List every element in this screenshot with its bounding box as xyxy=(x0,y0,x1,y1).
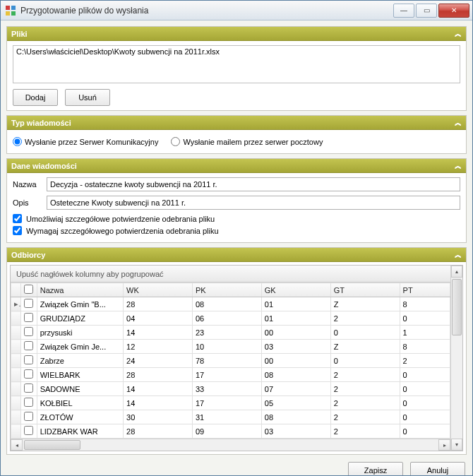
row-indicator xyxy=(11,311,21,326)
radio-server-label[interactable]: Wysłanie przez Serwer Komunikacyjny xyxy=(13,137,158,146)
row-checkbox[interactable] xyxy=(24,299,33,308)
name-input[interactable] xyxy=(47,177,460,191)
grid-header-pk[interactable]: PK xyxy=(192,283,261,297)
vscroll-track[interactable] xyxy=(451,278,462,439)
row-checkbox-cell[interactable] xyxy=(21,424,37,439)
row-checkbox-cell[interactable] xyxy=(21,368,37,382)
panel-odbiorcy-title: Odbiorcy xyxy=(11,251,45,259)
cell-name: Zabrze xyxy=(37,354,123,368)
panel-typ-header[interactable]: Typ wiadomości ︽ xyxy=(7,116,466,130)
grid-header-checkbox[interactable] xyxy=(21,283,37,297)
panel-pliki-header[interactable]: Pliki ︽ xyxy=(7,27,466,41)
radio-mail[interactable] xyxy=(171,137,180,146)
grid-header-nazwa[interactable]: Nazwa xyxy=(37,283,123,297)
desc-input[interactable] xyxy=(47,196,460,210)
grid-header-wk[interactable]: WK xyxy=(124,283,193,297)
radio-mail-text: Wysłanie mailem przez serwer pocztowy xyxy=(183,138,323,146)
scroll-right-arrow[interactable]: ▸ xyxy=(438,439,450,451)
row-checkbox[interactable] xyxy=(24,327,33,336)
chk-umozliwiaj[interactable] xyxy=(13,214,22,223)
row-checkbox-cell[interactable] xyxy=(21,311,37,326)
panel-dane: Dane wiadomości ︽ Nazwa Opis Umożliwiaj … xyxy=(6,158,467,243)
row-checkbox[interactable] xyxy=(24,426,33,435)
table-row[interactable]: przysuski14230001 xyxy=(11,326,450,340)
scroll-down-arrow[interactable]: ▾ xyxy=(451,439,462,451)
row-checkbox[interactable] xyxy=(24,341,33,350)
cell-wk: 14 xyxy=(124,396,193,410)
row-indicator: ▸ xyxy=(11,297,21,311)
grid-header-gt[interactable]: GT xyxy=(330,283,400,297)
row-checkbox-cell[interactable] xyxy=(21,410,37,424)
svg-rect-1 xyxy=(11,6,16,10)
row-indicator xyxy=(11,368,21,382)
cell-pk: 33 xyxy=(192,382,261,396)
row-checkbox[interactable] xyxy=(24,412,33,421)
table-row[interactable]: ZŁOTÓW30310820 xyxy=(11,410,450,424)
cell-gt: Z xyxy=(330,297,400,311)
save-button[interactable]: Zapisz xyxy=(348,462,403,475)
panel-odbiorcy-header[interactable]: Odbiorcy ︽ xyxy=(7,248,466,262)
scroll-left-arrow[interactable]: ◂ xyxy=(11,439,23,451)
cell-name: Związek Gmin "B... xyxy=(37,297,123,311)
recipients-grid[interactable]: Nazwa WK PK GK GT PT ▸Związek Gmin "B...… xyxy=(11,282,450,439)
grid-header-pt[interactable]: PT xyxy=(400,283,450,297)
table-row[interactable]: LIDZBARK WAR28090320 xyxy=(11,424,450,439)
cell-pt: 8 xyxy=(400,340,450,354)
name-label: Nazwa xyxy=(13,180,47,189)
cell-gt: 2 xyxy=(330,410,400,424)
cell-wk: 28 xyxy=(124,368,193,382)
row-checkbox[interactable] xyxy=(24,369,33,379)
cell-wk: 30 xyxy=(124,410,193,424)
add-button[interactable]: Dodaj xyxy=(13,89,58,106)
panel-dane-header[interactable]: Dane wiadomości ︽ xyxy=(7,159,466,173)
row-checkbox-cell[interactable] xyxy=(21,382,37,396)
horizontal-scrollbar[interactable]: ◂ ▸ xyxy=(11,439,450,451)
row-indicator xyxy=(11,396,21,410)
file-list-item[interactable]: C:\Users\właściciel\Desktop\Kwoty subwen… xyxy=(16,47,457,56)
table-row[interactable]: SADOWNE14330720 xyxy=(11,382,450,396)
cancel-button[interactable]: Anuluj xyxy=(410,462,465,475)
collapse-icon: ︽ xyxy=(455,250,462,260)
header-checkbox[interactable] xyxy=(24,285,33,294)
chk-wymagaj[interactable] xyxy=(13,226,22,235)
titlebar: Przygotowanie plików do wysłania — ▭ ✕ xyxy=(1,1,472,20)
app-icon xyxy=(5,5,16,16)
close-button[interactable]: ✕ xyxy=(438,4,469,18)
grid-wrap: Upuść nagłówek kolumny aby pogrupować xyxy=(10,265,463,451)
main-window: Przygotowanie plików do wysłania — ▭ ✕ P… xyxy=(0,0,473,476)
row-checkbox-cell[interactable] xyxy=(21,326,37,340)
table-row[interactable]: ▸Związek Gmin "B...280801Z8 xyxy=(11,297,450,311)
file-list[interactable]: C:\Users\właściciel\Desktop\Kwoty subwen… xyxy=(13,45,460,83)
cell-gk: 08 xyxy=(261,368,330,382)
table-row[interactable]: GRUDZIĄDZ04060120 xyxy=(11,311,450,326)
row-checkbox[interactable] xyxy=(24,313,33,322)
vertical-scrollbar[interactable]: ▴ ▾ xyxy=(450,266,462,451)
row-checkbox-cell[interactable] xyxy=(21,396,37,410)
row-indicator xyxy=(11,424,21,439)
cell-pt: 0 xyxy=(400,311,450,326)
table-row[interactable]: KOŁBIEL14170520 xyxy=(11,396,450,410)
row-checkbox[interactable] xyxy=(24,383,33,393)
hscroll-track[interactable] xyxy=(23,439,438,451)
maximize-button[interactable]: ▭ xyxy=(416,4,437,18)
row-checkbox[interactable] xyxy=(24,355,33,364)
row-checkbox[interactable] xyxy=(24,398,33,407)
table-row[interactable]: Związek Gmin Je...121003Z8 xyxy=(11,340,450,354)
row-checkbox-cell[interactable] xyxy=(21,297,37,311)
scroll-up-arrow[interactable]: ▴ xyxy=(451,266,462,278)
table-row[interactable]: WIELBARK28170820 xyxy=(11,368,450,382)
minimize-button[interactable]: — xyxy=(393,4,414,18)
group-by-bar[interactable]: Upuść nagłówek kolumny aby pogrupować xyxy=(11,266,450,282)
grid-header-gk[interactable]: GK xyxy=(261,283,330,297)
cell-pk: 08 xyxy=(192,297,261,311)
radio-server[interactable] xyxy=(13,137,22,146)
vscroll-thumb[interactable] xyxy=(452,279,462,335)
grid-header-indicator xyxy=(11,283,21,297)
collapse-icon: ︽ xyxy=(455,29,462,39)
row-checkbox-cell[interactable] xyxy=(21,354,37,368)
row-checkbox-cell[interactable] xyxy=(21,340,37,354)
remove-button[interactable]: Usuń xyxy=(65,89,110,106)
hscroll-thumb[interactable] xyxy=(24,440,80,450)
radio-mail-label[interactable]: Wysłanie mailem przez serwer pocztowy xyxy=(171,137,323,146)
table-row[interactable]: Zabrze24780002 xyxy=(11,354,450,368)
